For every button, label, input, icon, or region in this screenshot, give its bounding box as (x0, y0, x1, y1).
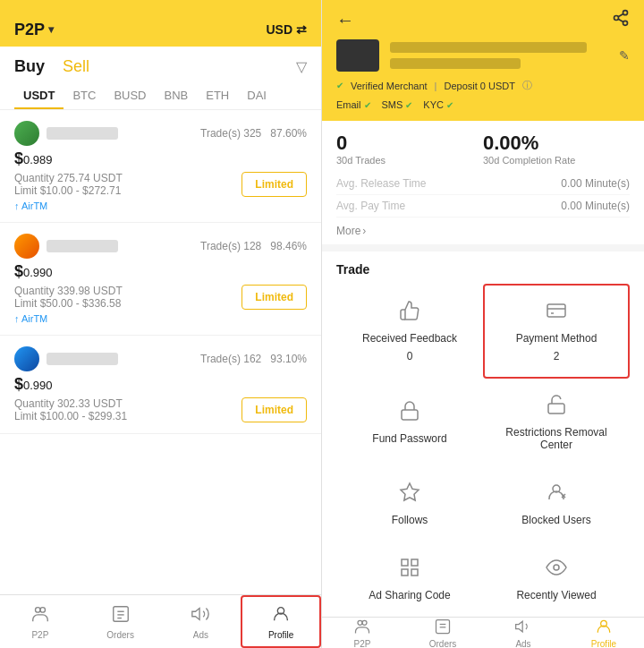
menu-item-fund-password[interactable]: Fund Password (336, 379, 483, 466)
bottom-nav: P2P Orders Ads Profile (0, 594, 321, 648)
right-nav-orders[interactable]: Orders (402, 618, 483, 648)
tab-sell[interactable]: Sell (63, 57, 89, 76)
more-link[interactable]: More › (336, 217, 630, 244)
svg-rect-13 (547, 304, 565, 317)
svg-point-26 (554, 565, 559, 570)
trade-title: Trade (336, 262, 369, 277)
menu-item-received-feedback[interactable]: Received Feedback 0 (336, 284, 483, 379)
svg-marker-6 (192, 608, 199, 619)
edit-icon[interactable]: ✎ (619, 48, 630, 63)
menu-item-restrictions[interactable]: Restrictions Removal Center (483, 379, 630, 466)
trades-label: 30d Trades (336, 155, 483, 166)
fund-password-label: Fund Password (372, 432, 446, 445)
list-item: Trade(s) 325 87.60% $0.989 Quantity 275.… (0, 110, 321, 223)
listing-meta: Quantity 302.33 USDT Limit $100.00 - $29… (14, 397, 127, 422)
back-icon[interactable]: ← (336, 10, 354, 30)
badge-row: Email ✔ SMS ✔ KYC ✔ (336, 99, 630, 110)
menu-item-ad-sharing-code[interactable]: Ad Sharing Code (336, 541, 483, 617)
currency-label: USD (266, 22, 292, 37)
unlock-icon (546, 394, 567, 421)
right-nav-profile[interactable]: Profile (564, 618, 644, 648)
nav-label-p2p: P2P (31, 630, 48, 640)
profile-name-blur (390, 42, 608, 69)
avatar (336, 39, 379, 72)
name-blur-line-2 (390, 58, 521, 69)
buy-button[interactable]: Limited (242, 397, 307, 422)
payment-label: ↑ AirTM (14, 313, 307, 324)
tab-dai[interactable]: DAI (238, 83, 275, 109)
currency-selector[interactable]: USD ⇄ (266, 22, 307, 37)
feedback-label: Received Feedback (362, 332, 457, 345)
right-nav-ads[interactable]: Ads (483, 618, 564, 648)
tab-bnb[interactable]: BNB (156, 83, 198, 109)
listing-price: $0.989 (14, 149, 307, 168)
payment-method-label: Payment Method (516, 332, 597, 345)
buy-button[interactable]: Limited (242, 285, 307, 310)
trades-value: 0 (336, 132, 483, 155)
nav-label-ads: Ads (193, 630, 208, 640)
svg-point-27 (358, 620, 362, 625)
svg-rect-29 (436, 620, 450, 634)
filter-icon[interactable]: ▽ (296, 58, 307, 75)
badge-sms: SMS ✔ (382, 99, 413, 110)
listing-meta: Quantity 275.74 USDT Limit $10.00 - $272… (14, 172, 123, 197)
sidebar-item-profile[interactable]: Profile (241, 595, 321, 648)
payment-method-icon (546, 300, 567, 327)
blocked-icon (546, 482, 567, 508)
nav-label-profile: Profile (268, 630, 293, 640)
avg-pay-value: 0.00 Minute(s) (561, 200, 630, 212)
tab-eth[interactable]: ETH (197, 83, 238, 109)
separator: | (435, 81, 437, 91)
p2p-logo[interactable]: P2P ▾ (14, 21, 54, 39)
menu-item-payment-method[interactable]: Payment Method 2 (483, 284, 630, 379)
listing-details: Quantity 275.74 USDT Limit $10.00 - $272… (14, 172, 307, 197)
svg-marker-18 (401, 483, 419, 500)
svg-rect-2 (113, 606, 128, 621)
seller-info (14, 121, 118, 146)
tab-busd[interactable]: BUSD (105, 83, 155, 109)
sms-check-icon: ✔ (405, 100, 412, 110)
right-orders-label: Orders (429, 639, 457, 648)
listing-price: $0.990 (14, 375, 307, 394)
right-p2p-icon (353, 618, 371, 637)
tab-btc[interactable]: BTC (64, 83, 105, 109)
menu-item-recently-viewed[interactable]: Recently Viewed (483, 541, 630, 617)
tab-buy[interactable]: Buy (14, 57, 45, 76)
restrictions-label: Restrictions Removal Center (491, 426, 622, 451)
thumbs-up-icon (399, 300, 420, 327)
svg-rect-22 (402, 559, 408, 566)
sidebar-item-ads[interactable]: Ads (161, 595, 242, 648)
listings: Trade(s) 325 87.60% $0.989 Quantity 275.… (0, 110, 321, 594)
avg-release-value: 0.00 Minute(s) (561, 177, 630, 190)
coin-tabs: USDT BTC BUSD BNB ETH DAI (0, 76, 321, 110)
follows-label: Follows (392, 514, 428, 526)
avatar (14, 346, 39, 371)
buy-button[interactable]: Limited (242, 172, 307, 197)
listing-price: $0.990 (14, 262, 307, 281)
menu-item-blocked-users[interactable]: Blocked Users (483, 466, 630, 541)
avatar (14, 121, 39, 146)
trade-stats: Trade(s) 162 93.10% (200, 353, 307, 365)
email-label: Email (336, 99, 361, 110)
left-panel: P2P ▾ USD ⇄ Buy Sell ▽ USDT BTC BUSD BNB… (0, 0, 322, 648)
eye-icon (546, 557, 567, 584)
right-p2p-label: P2P (354, 639, 371, 648)
avg-pay-label: Avg. Pay Time (336, 200, 405, 212)
trade-menu-grid: Received Feedback 0 Payment Method 2 (322, 284, 644, 617)
feedback-count: 0 (407, 350, 413, 362)
ad-sharing-code-label: Ad Sharing Code (369, 589, 450, 601)
menu-item-follows[interactable]: Follows (336, 466, 483, 541)
sidebar-item-p2p[interactable]: P2P (0, 595, 80, 648)
tab-usdt[interactable]: USDT (14, 83, 64, 109)
avg-release-row: Avg. Release Time 0.00 Minute(s) (336, 173, 630, 195)
list-item: Trade(s) 128 98.46% $0.990 Quantity 339.… (0, 223, 321, 336)
stat-trades: 0 30d Trades (336, 132, 483, 173)
avatar (14, 234, 39, 259)
svg-rect-17 (548, 404, 564, 414)
more-label: More (336, 225, 360, 237)
right-nav-p2p[interactable]: P2P (322, 618, 402, 648)
sidebar-item-orders[interactable]: Orders (80, 595, 161, 648)
seller-name-blur (47, 127, 118, 140)
share-icon[interactable] (612, 9, 630, 30)
left-header: P2P ▾ USD ⇄ (0, 0, 321, 47)
